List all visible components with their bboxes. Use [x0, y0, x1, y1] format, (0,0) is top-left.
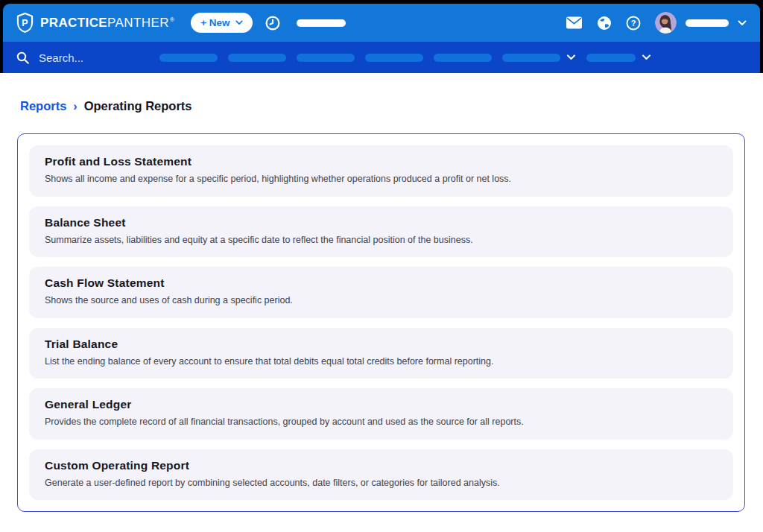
report-title: Custom Operating Report — [45, 459, 718, 472]
report-title: Balance Sheet — [45, 216, 718, 229]
help-icon: ? — [626, 16, 641, 31]
nav-item-redacted-label — [159, 54, 218, 62]
search-box[interactable] — [16, 51, 125, 65]
new-button-label: + New — [200, 17, 229, 28]
report-card[interactable]: Cash Flow Statement Shows the source and… — [29, 267, 733, 318]
user-menu[interactable] — [655, 12, 747, 34]
report-description: Generate a user-defined report by combin… — [45, 478, 718, 488]
brand-name-bold: PRACTICE — [40, 16, 107, 30]
breadcrumb: Reports › Operating Reports — [0, 73, 763, 113]
report-card[interactable]: Custom Operating Report Generate a user-… — [29, 449, 733, 501]
shield-logo-icon: P — [16, 13, 34, 33]
timer-button[interactable] — [265, 16, 280, 31]
nav-item-redacted-label — [228, 54, 286, 62]
navbar — [3, 42, 760, 73]
report-title: Cash Flow Statement — [45, 276, 718, 290]
report-description: Provides the complete record of all fina… — [45, 417, 718, 427]
nav-item-redacted-label — [586, 54, 636, 62]
timer-text-placeholder — [297, 19, 346, 27]
report-title: Profit and Loss Statement — [45, 155, 718, 168]
breadcrumb-reports-link[interactable]: Reports — [20, 99, 66, 113]
page-title: Operating Reports — [84, 99, 192, 113]
chevron-down-icon — [235, 20, 243, 25]
language-button[interactable] — [597, 16, 612, 31]
mail-icon — [566, 16, 583, 29]
nav-item-placeholder[interactable] — [297, 54, 355, 62]
registered-mark: ® — [170, 16, 174, 23]
chevron-down-icon — [566, 54, 576, 60]
clock-icon — [265, 16, 280, 31]
window-frame: P PRACTICEPANTHER® + New — [0, 0, 763, 73]
search-input[interactable] — [37, 51, 125, 65]
main-content: Reports › Operating Reports Profit and L… — [0, 73, 763, 512]
nav-item-redacted-label — [297, 54, 355, 62]
nav-item-placeholder[interactable] — [586, 54, 651, 62]
user-name-placeholder — [686, 19, 729, 27]
nav-item-redacted-label — [502, 54, 560, 62]
report-description: Shows all income and expense for a speci… — [45, 174, 718, 184]
new-button[interactable]: + New — [191, 13, 252, 33]
report-description: Summarize assets, liabilities and equity… — [45, 235, 718, 245]
svg-text:P: P — [22, 18, 28, 28]
report-card[interactable]: Profit and Loss Statement Shows all inco… — [29, 145, 733, 197]
report-description: List the ending balance of every account… — [45, 356, 718, 367]
topbar-actions: ? — [566, 12, 747, 34]
chevron-down-icon — [642, 54, 651, 60]
report-title: Trial Balance — [45, 338, 718, 351]
app-header: P PRACTICEPANTHER® + New — [3, 4, 760, 73]
user-avatar — [655, 12, 677, 34]
nav-item-placeholder[interactable] — [434, 54, 492, 62]
brand-name: PRACTICEPANTHER® — [40, 16, 174, 31]
topbar: P PRACTICEPANTHER® + New — [3, 4, 760, 42]
nav-item-placeholder[interactable] — [502, 54, 576, 62]
svg-text:?: ? — [631, 19, 636, 28]
nav-menu — [159, 54, 662, 62]
chevron-down-icon — [738, 20, 747, 26]
report-card[interactable]: Balance Sheet Summarize assets, liabilit… — [29, 206, 733, 258]
report-card[interactable]: General Ledger Provides the complete rec… — [29, 388, 733, 440]
nav-item-placeholder[interactable] — [159, 54, 218, 62]
brand-logo[interactable]: P PRACTICEPANTHER® — [16, 13, 174, 33]
report-title: General Ledger — [45, 398, 718, 411]
nav-item-redacted-label — [365, 54, 423, 62]
messages-button[interactable] — [566, 16, 583, 29]
globe-icon — [597, 16, 612, 31]
brand-name-light: PANTHER — [107, 16, 169, 30]
nav-item-redacted-label — [434, 54, 492, 62]
report-card[interactable]: Trial Balance List the ending balance of… — [29, 328, 733, 379]
operating-reports-panel: Profit and Loss Statement Shows all inco… — [17, 133, 745, 512]
nav-item-placeholder[interactable] — [228, 54, 286, 62]
help-button[interactable]: ? — [626, 16, 641, 31]
search-icon — [16, 51, 29, 64]
report-description: Shows the source and uses of cash during… — [45, 295, 718, 305]
breadcrumb-separator-icon: › — [73, 100, 77, 113]
nav-item-placeholder[interactable] — [365, 54, 423, 62]
